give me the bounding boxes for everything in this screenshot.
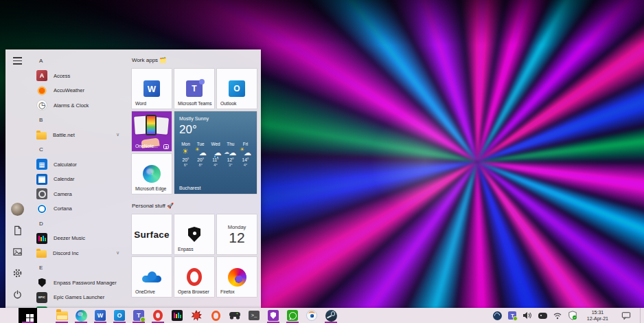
group-title-personal-stuff[interactable]: Personal stuff 🚀 bbox=[132, 201, 257, 210]
whatsapp-icon bbox=[287, 310, 298, 321]
enpass-icon bbox=[36, 277, 47, 288]
tile-opera[interactable]: Opera Browser bbox=[174, 257, 214, 297]
tray-network[interactable] bbox=[553, 311, 563, 321]
power-button[interactable] bbox=[9, 286, 25, 302]
tray-swirl-app[interactable] bbox=[492, 311, 503, 321]
app-label: AccuWeather bbox=[54, 87, 84, 93]
letter-header-b[interactable]: B bbox=[29, 113, 126, 128]
app-item-access[interactable]: Access bbox=[29, 69, 126, 84]
tile-label: OneNote... bbox=[135, 144, 158, 149]
app-item-calculator[interactable]: Calculator bbox=[29, 157, 126, 172]
tile-microsoft-edge[interactable]: Microsoft Edge bbox=[132, 154, 172, 194]
taskbar-red-burst-app[interactable] bbox=[187, 308, 206, 323]
app-item-epic-games[interactable]: Epic Games Launcher bbox=[29, 290, 126, 305]
taskbar-clock[interactable]: 15:31 12-Apr-21 bbox=[583, 309, 612, 322]
cortana-icon bbox=[36, 203, 47, 214]
day-high: 20° bbox=[183, 157, 189, 162]
folder-icon bbox=[36, 250, 47, 258]
volume-icon bbox=[522, 311, 532, 320]
tile-microsoft-teams[interactable]: T Microsoft Teams bbox=[174, 69, 214, 109]
clock-date: 12-Apr-21 bbox=[587, 315, 608, 322]
taskbar-origin[interactable] bbox=[206, 308, 225, 323]
taskbar-eye-app[interactable] bbox=[302, 308, 321, 323]
taskbar-gamepad-app[interactable] bbox=[225, 308, 244, 323]
start-button[interactable] bbox=[19, 308, 37, 323]
documents-button[interactable] bbox=[9, 222, 25, 238]
teams-icon: T bbox=[186, 80, 203, 97]
gamepad-icon bbox=[229, 311, 241, 320]
taskbar-file-explorer[interactable] bbox=[52, 308, 71, 323]
tile-label: Outlook bbox=[220, 101, 236, 107]
letter-header-a[interactable]: A bbox=[29, 54, 126, 69]
taskbar-steam[interactable] bbox=[321, 308, 341, 323]
taskbar-enpass[interactable] bbox=[264, 308, 283, 323]
taskbar-whatsapp[interactable] bbox=[283, 308, 302, 323]
app-label: Camera bbox=[54, 191, 72, 197]
tile-weather[interactable]: Mostly Sunny 20° Mon ☀ 20° 6° Tue ☀☁ 20°… bbox=[174, 111, 257, 194]
app-label: Epic Games Launcher bbox=[54, 294, 104, 300]
folder-item-battlenet[interactable]: Battle.net∨ bbox=[29, 128, 126, 143]
app-item-camera[interactable]: Camera bbox=[29, 187, 126, 202]
tile-onenote[interactable]: OneNote... bbox=[132, 111, 172, 151]
app-item-cortana[interactable]: Cortana bbox=[29, 201, 126, 216]
letter-header-c[interactable]: C bbox=[29, 142, 126, 157]
tile-label: Enpass bbox=[178, 247, 194, 252]
forecast-day: Mon ☀ 20° 6° bbox=[179, 142, 192, 167]
network-icon bbox=[553, 311, 562, 320]
folder-item-discord[interactable]: Discord Inc∨ bbox=[29, 246, 126, 261]
app-label: Calendar bbox=[54, 176, 74, 182]
expand-menu-icon[interactable] bbox=[13, 57, 22, 65]
onenote-art-phone bbox=[146, 115, 157, 135]
taskbar-command-prompt[interactable]: >_ bbox=[244, 308, 264, 323]
calendar-icon bbox=[36, 174, 47, 185]
taskbar-edge[interactable] bbox=[71, 308, 91, 323]
enpass-icon bbox=[268, 310, 279, 321]
app-item-enpass[interactable]: Enpass Password Manager bbox=[29, 276, 126, 291]
taskbar-opera[interactable] bbox=[148, 308, 168, 323]
tile-firefox[interactable]: Firefox bbox=[217, 257, 257, 297]
day-low: 4° bbox=[244, 163, 248, 167]
tile-onedrive[interactable]: OneDrive bbox=[132, 257, 172, 297]
steam-icon bbox=[325, 310, 337, 322]
camera-icon bbox=[36, 188, 47, 199]
show-desktop-button[interactable] bbox=[640, 308, 643, 323]
tray-volume[interactable] bbox=[522, 311, 533, 321]
cloudy-icon: ☁☁ bbox=[225, 148, 236, 157]
group-title-work-apps[interactable]: Work apps 🗂️ bbox=[132, 55, 257, 65]
app-item-deezer[interactable]: Deezer Music bbox=[29, 231, 126, 246]
file-explorer-icon bbox=[56, 311, 68, 320]
tray-teams-status[interactable]: T bbox=[507, 311, 518, 321]
taskbar-deezer[interactable] bbox=[168, 308, 187, 323]
taskbar-teams[interactable]: T bbox=[129, 308, 148, 323]
chevron-down-icon: ∨ bbox=[116, 250, 119, 256]
onedrive-cloud-icon bbox=[142, 271, 161, 283]
taskbar-outlook[interactable]: O bbox=[110, 308, 129, 323]
start-menu: A Access AccuWeather Alarms & Clock B Ba… bbox=[5, 49, 261, 308]
pictures-button[interactable] bbox=[9, 243, 25, 260]
settings-button[interactable] bbox=[9, 265, 25, 281]
weather-forecast-row: Mon ☀ 20° 6° Tue ☀☁ 20° 8° Wed ☁ 11° bbox=[179, 142, 252, 167]
chevron-down-icon: ∨ bbox=[116, 132, 119, 137]
edge-icon bbox=[76, 310, 87, 322]
tile-calendar-date[interactable]: Monday 12 bbox=[217, 214, 257, 254]
tray-windows-security[interactable] bbox=[568, 311, 578, 321]
app-item-accuweather[interactable]: AccuWeather bbox=[29, 83, 126, 98]
user-account-button[interactable] bbox=[9, 201, 25, 217]
app-item-calendar[interactable]: Calendar bbox=[29, 172, 126, 187]
security-shield-icon bbox=[568, 311, 577, 320]
app-item-alarms-clock[interactable]: Alarms & Clock bbox=[29, 98, 126, 113]
tray-pointing-device[interactable] bbox=[538, 311, 548, 321]
tile-surface[interactable]: Surface bbox=[132, 214, 172, 254]
tile-word[interactable]: W Word bbox=[132, 69, 172, 109]
alarms-clock-icon bbox=[36, 100, 47, 111]
forecast-day: Thu ☁☁ 12° 3° bbox=[224, 142, 237, 167]
app-label: Deezer Music bbox=[54, 235, 85, 241]
letter-header-d[interactable]: D bbox=[29, 216, 126, 232]
tile-outlook[interactable]: O Outlook bbox=[217, 69, 257, 109]
app-label: Battle.net bbox=[53, 132, 75, 138]
launch-glyph-icon bbox=[163, 144, 169, 149]
letter-header-e[interactable]: E bbox=[29, 260, 126, 276]
taskbar-word[interactable]: W bbox=[91, 308, 110, 323]
tile-enpass[interactable]: Enpass bbox=[174, 214, 214, 254]
action-center-button[interactable] bbox=[617, 311, 635, 320]
